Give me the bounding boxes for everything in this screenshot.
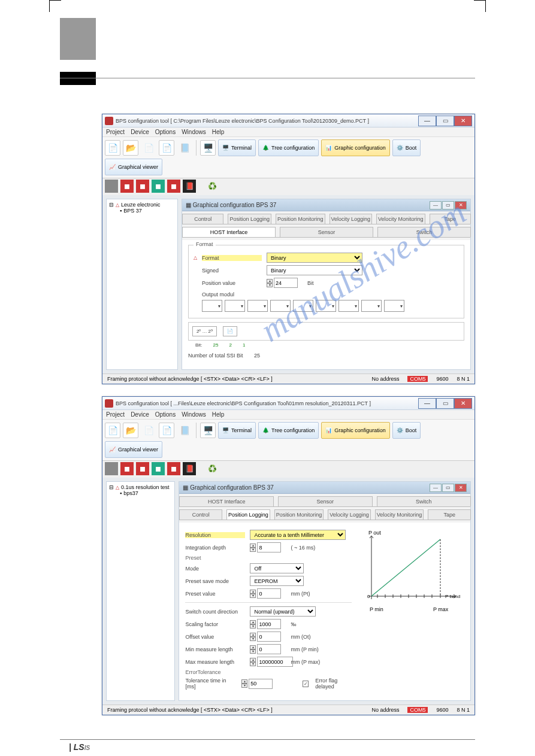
file-add-icon[interactable]: 📄 bbox=[159, 423, 174, 438]
inner-min-button[interactable]: — bbox=[430, 484, 442, 492]
close-button[interactable]: ✕ bbox=[454, 398, 472, 409]
menu-options[interactable]: Options bbox=[155, 411, 176, 418]
inner-max-button[interactable]: ▭ bbox=[442, 484, 454, 492]
menu-options[interactable]: Options bbox=[155, 129, 176, 135]
menu-device[interactable]: Device bbox=[131, 411, 149, 418]
select-switchdir[interactable]: Normal (upward) bbox=[250, 606, 316, 617]
close-button[interactable]: ✕ bbox=[454, 116, 472, 126]
maximize-button[interactable]: ▭ bbox=[436, 398, 454, 409]
expand-icon[interactable]: △ bbox=[194, 255, 197, 260]
file-open-icon[interactable]: 📂 bbox=[123, 140, 138, 156]
select-savemode[interactable]: EEPROM bbox=[250, 576, 304, 586]
out-dd-1[interactable]: ▾ bbox=[202, 300, 222, 312]
input-toltime[interactable]: ▴▾ bbox=[241, 679, 273, 689]
input-minlen[interactable]: ▴▾ bbox=[250, 644, 286, 654]
tb2-book-icon[interactable]: 📕 bbox=[183, 180, 196, 193]
out-dd-2[interactable]: ▾ bbox=[225, 300, 245, 312]
select-signed[interactable]: Binary bbox=[267, 265, 362, 275]
boot-button[interactable]: ⚙️Boot bbox=[392, 422, 421, 439]
tab-sensor[interactable]: Sensor bbox=[280, 227, 373, 237]
file-open-icon[interactable]: 📂 bbox=[123, 423, 138, 438]
terminal-button[interactable]: 🖥️Terminal bbox=[218, 422, 256, 439]
tree-root[interactable]: ⊟△0.1us resolution test bbox=[109, 484, 172, 490]
checkbox-errflag[interactable]: ✓ bbox=[303, 681, 309, 687]
out-dd-5[interactable]: ▾ bbox=[293, 300, 313, 312]
boot-button[interactable]: ⚙️Boot bbox=[392, 139, 421, 156]
tab-sensor[interactable]: Sensor bbox=[278, 496, 373, 506]
tb2-recycle-icon[interactable]: ♻️ bbox=[205, 462, 219, 475]
select-format[interactable]: Binary bbox=[267, 253, 362, 263]
input-presetval[interactable]: ▴▾ bbox=[250, 588, 286, 599]
tab-velmon[interactable]: Velocity Monitoring bbox=[375, 509, 424, 520]
minimize-button[interactable]: — bbox=[418, 398, 436, 409]
tab-vellog[interactable]: Velocity Logging bbox=[330, 214, 373, 224]
menu-project[interactable]: Project bbox=[106, 411, 125, 418]
input-scaling[interactable]: ▴▾ bbox=[250, 619, 286, 629]
menu-windows[interactable]: Windows bbox=[182, 411, 206, 418]
viewer-button[interactable]: 📈Graphical viewer bbox=[105, 441, 162, 458]
out-dd-4[interactable]: ▾ bbox=[270, 300, 291, 312]
menu-windows[interactable]: Windows bbox=[182, 129, 206, 135]
tree-child[interactable]: ▪bps37 bbox=[120, 490, 172, 496]
inner-close-button[interactable]: ✕ bbox=[455, 201, 467, 210]
tab-poslog[interactable]: Position Logging bbox=[226, 509, 270, 520]
viewer-button[interactable]: 📈Graphical viewer bbox=[105, 159, 162, 175]
file-add-icon[interactable]: 📄 bbox=[159, 140, 174, 156]
menu-project[interactable]: Project bbox=[106, 129, 125, 135]
tab-control[interactable]: Control bbox=[179, 509, 222, 520]
file-new-icon[interactable]: 📄 bbox=[105, 423, 120, 438]
tab-tape[interactable]: Tape bbox=[430, 214, 471, 224]
select-mode[interactable]: Off bbox=[250, 563, 304, 573]
inner-max-button[interactable]: ▭ bbox=[442, 201, 454, 210]
tb2-red2-icon[interactable]: ◼ bbox=[136, 462, 149, 475]
tb2-red3-icon[interactable]: ◼ bbox=[167, 462, 180, 475]
tab-posmon[interactable]: Position Monitoring bbox=[274, 509, 324, 520]
tree-config-button[interactable]: 🌲Tree configuration bbox=[258, 422, 319, 439]
out-dd-3[interactable]: ▾ bbox=[247, 300, 268, 312]
tab-host[interactable]: HOST Interface bbox=[182, 227, 276, 237]
inner-titlebar[interactable]: ▦ Graphical configuration BPS 37 — ▭ ✕ bbox=[179, 482, 470, 494]
menu-help[interactable]: Help bbox=[212, 411, 225, 418]
tab-velmon[interactable]: Velocity Monitoring bbox=[376, 214, 425, 224]
inner-titlebar[interactable]: ▦ Graphical configuration BPS 37 — ▭ ✕ bbox=[182, 199, 470, 211]
out-dd-6[interactable]: ▾ bbox=[316, 300, 336, 312]
tab-switch[interactable]: Switch bbox=[377, 227, 471, 237]
out-dd-7[interactable]: ▾ bbox=[338, 300, 359, 312]
minimize-button[interactable]: — bbox=[418, 116, 436, 126]
tb2-book-icon[interactable]: 📕 bbox=[183, 462, 196, 475]
tree-config-button[interactable]: 🌲Tree configuration bbox=[258, 139, 319, 156]
input-offset[interactable]: ▴▾ bbox=[250, 631, 286, 642]
tab-switch[interactable]: Switch bbox=[377, 496, 471, 506]
device-icon[interactable]: 🖥️ bbox=[200, 140, 216, 156]
graphic-config-button[interactable]: 📊Graphic configuration bbox=[321, 139, 390, 156]
device-icon[interactable]: 🖥️ bbox=[200, 423, 216, 438]
maximize-button[interactable]: ▭ bbox=[436, 116, 454, 126]
tb2-recycle-icon[interactable]: ♻️ bbox=[205, 180, 219, 193]
tb2-red1-icon[interactable]: ◼ bbox=[120, 462, 134, 475]
out-dd-9[interactable]: ▾ bbox=[384, 300, 404, 312]
out-dd-8[interactable]: ▾ bbox=[361, 300, 382, 312]
menu-device[interactable]: Device bbox=[131, 129, 149, 135]
select-resolution[interactable]: Accurate to a tenth Millimeter bbox=[250, 530, 346, 540]
titlebar[interactable]: BPS configuration tool [ C:\Program File… bbox=[102, 114, 474, 127]
inner-min-button[interactable]: — bbox=[430, 201, 442, 210]
tb2-red3-icon[interactable]: ◼ bbox=[167, 180, 180, 193]
tb2-red1-icon[interactable]: ◼ bbox=[120, 180, 134, 193]
input-maxlen[interactable]: ▴▾ bbox=[250, 657, 286, 667]
tab-posmon[interactable]: Position Monitoring bbox=[276, 214, 325, 224]
file-new-icon[interactable]: 📄 bbox=[105, 140, 120, 156]
tab-host[interactable]: HOST Interface bbox=[179, 496, 274, 506]
tab-poslog[interactable]: Position Logging bbox=[228, 214, 271, 224]
menu-help[interactable]: Help bbox=[212, 129, 225, 135]
tab-tape[interactable]: Tape bbox=[428, 509, 471, 520]
titlebar[interactable]: BPS configuration tool [ ...Files\Leuze … bbox=[102, 397, 474, 410]
tab-vellog[interactable]: Velocity Logging bbox=[328, 509, 371, 520]
terminal-button[interactable]: 🖥️Terminal bbox=[218, 139, 256, 156]
inner-close-button[interactable]: ✕ bbox=[455, 484, 467, 492]
input-position[interactable]: ▴▾ bbox=[267, 278, 303, 288]
input-intdepth[interactable]: ▴▾ bbox=[250, 542, 286, 552]
tb2-green-icon[interactable]: ◼ bbox=[152, 462, 165, 475]
tb2-green-icon[interactable]: ◼ bbox=[152, 180, 165, 193]
graphic-config-button[interactable]: 📊Graphic configuration bbox=[321, 422, 390, 439]
tree-child[interactable]: ▪BPS 37 bbox=[120, 208, 175, 214]
